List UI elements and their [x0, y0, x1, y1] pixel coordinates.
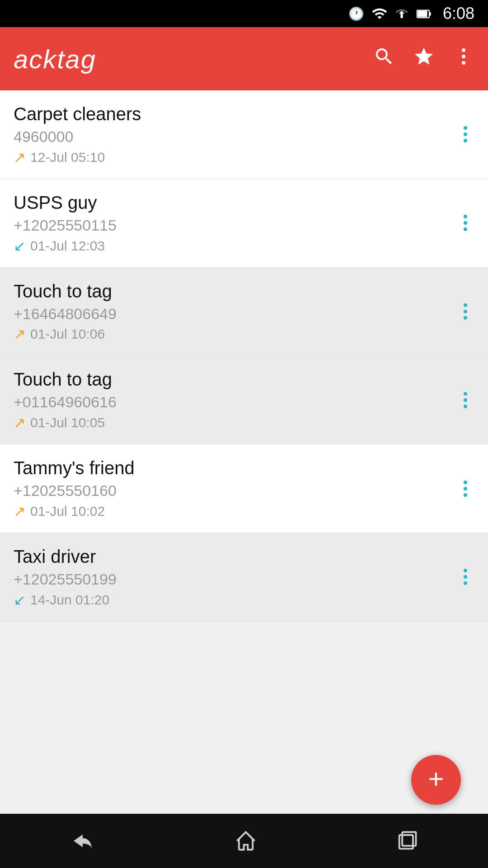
contact-info: Tammy's friend +12025550160 ↗ 01-Jul 10:… [14, 457, 456, 520]
overflow-menu-icon[interactable] [453, 46, 474, 72]
add-icon: + [428, 765, 444, 793]
contact-name: Touch to tag [14, 368, 456, 390]
contact-info: Carpet cleaners 4960000 ↗ 12-Jul 05:10 [14, 103, 456, 166]
contact-date: ↙ 14-Jun 01:20 [14, 591, 456, 609]
app-bar: acktag [0, 27, 488, 90]
back-button[interactable] [69, 831, 96, 851]
svg-rect-1 [418, 11, 427, 17]
svg-point-3 [462, 48, 465, 52]
contact-info: USPS guy +12025550115 ↙ 01-Jul 12:03 [14, 192, 456, 255]
app-logo: acktag [14, 44, 373, 74]
more-dot [464, 493, 467, 497]
contact-item[interactable]: USPS guy +12025550115 ↙ 01-Jul 12:03 [0, 179, 488, 268]
contact-more-button[interactable] [456, 122, 474, 147]
contact-more-button[interactable] [456, 387, 474, 413]
contact-number: +16464806649 [14, 305, 456, 323]
contact-number: 4960000 [14, 127, 456, 146]
contact-item[interactable]: Carpet cleaners 4960000 ↗ 12-Jul 05:10 [0, 90, 488, 179]
clock-icon: 🕐 [348, 6, 364, 21]
contact-date: ↗ 12-Jul 05:10 [14, 149, 456, 166]
svg-point-5 [462, 61, 465, 65]
contact-info: Taxi driver +12025550199 ↙ 14-Jun 01:20 [14, 546, 456, 609]
more-dot [464, 569, 467, 572]
contact-item[interactable]: Touch to tag +01164960616 ↗ 01-Jul 10:05 [0, 356, 488, 444]
more-dot [464, 575, 467, 579]
home-button[interactable] [234, 829, 258, 853]
more-dot [464, 392, 467, 396]
contact-date: ↗ 01-Jul 10:02 [14, 503, 456, 520]
more-dot [464, 316, 467, 320]
recents-button[interactable] [395, 829, 419, 853]
more-dot [464, 398, 467, 402]
contact-name: Taxi driver [14, 546, 456, 567]
status-time: 6:08 [443, 4, 474, 23]
contact-more-button[interactable] [456, 210, 474, 236]
add-contact-button[interactable]: + [411, 755, 461, 805]
search-icon[interactable] [373, 46, 395, 72]
nav-bar [0, 814, 488, 868]
status-bar: 🕐 6:08 [0, 0, 488, 27]
more-dot [464, 481, 467, 484]
more-dot [464, 310, 467, 313]
contact-date: ↗ 01-Jul 10:05 [14, 414, 456, 431]
contact-item[interactable]: Touch to tag +16464806649 ↗ 01-Jul 10:06 [0, 268, 488, 356]
bookmark-icon[interactable] [413, 46, 435, 72]
contact-number: +01164960616 [14, 393, 456, 411]
svg-rect-2 [429, 12, 431, 16]
more-dot [464, 139, 467, 142]
more-dot [464, 126, 467, 130]
contact-info: Touch to tag +16464806649 ↗ 01-Jul 10:06 [14, 280, 456, 343]
signal-icon [395, 5, 408, 22]
battery-icon [416, 5, 432, 22]
more-dot [464, 221, 467, 225]
contact-item[interactable]: Tammy's friend +12025550160 ↗ 01-Jul 10:… [0, 444, 488, 533]
contact-item[interactable]: Taxi driver +12025550199 ↙ 14-Jun 01:20 [0, 533, 488, 622]
svg-point-4 [462, 55, 465, 58]
more-dot [464, 487, 467, 491]
more-dot [464, 405, 467, 408]
contact-date: ↙ 01-Jul 12:03 [14, 237, 456, 255]
contact-name: Touch to tag [14, 280, 456, 302]
contact-number: +12025550160 [14, 481, 456, 500]
status-icons: 🕐 6:08 [348, 4, 474, 23]
wifi-icon [371, 5, 388, 22]
contact-name: USPS guy [14, 192, 456, 213]
contact-more-button[interactable] [456, 564, 474, 590]
contact-number: +12025550115 [14, 216, 456, 235]
contact-more-button[interactable] [456, 476, 474, 501]
contact-date: ↗ 01-Jul 10:06 [14, 326, 456, 343]
more-dot [464, 132, 467, 136]
contact-number: +12025550199 [14, 570, 456, 589]
contact-info: Touch to tag +01164960616 ↗ 01-Jul 10:05 [14, 368, 456, 431]
more-dot [464, 303, 467, 307]
contact-name: Carpet cleaners [14, 103, 456, 125]
contact-name: Tammy's friend [14, 457, 456, 479]
more-dot [464, 215, 467, 218]
more-dot [464, 581, 467, 585]
contact-list: Carpet cleaners 4960000 ↗ 12-Jul 05:10 U… [0, 90, 488, 814]
app-bar-actions [373, 46, 474, 72]
contact-more-button[interactable] [456, 299, 474, 324]
more-dot [464, 227, 467, 231]
